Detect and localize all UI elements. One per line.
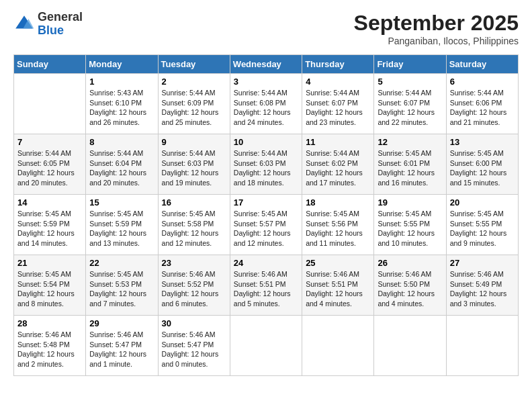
calendar-cell: 6Sunrise: 5:44 AM Sunset: 6:06 PM Daylig… bbox=[446, 74, 518, 134]
day-number: 9 bbox=[162, 137, 226, 147]
calendar-cell: 29Sunrise: 5:46 AM Sunset: 5:47 PM Dayli… bbox=[86, 316, 158, 376]
day-number: 22 bbox=[89, 258, 154, 268]
day-info: Sunrise: 5:46 AM Sunset: 5:51 PM Dayligh… bbox=[306, 269, 370, 309]
day-info: Sunrise: 5:45 AM Sunset: 6:01 PM Dayligh… bbox=[378, 148, 442, 188]
calendar-cell: 14Sunrise: 5:45 AM Sunset: 5:59 PM Dayli… bbox=[14, 195, 86, 255]
calendar-cell: 23Sunrise: 5:46 AM Sunset: 5:52 PM Dayli… bbox=[158, 255, 230, 316]
logo-icon bbox=[13, 13, 35, 35]
day-number: 30 bbox=[162, 318, 226, 328]
day-number: 19 bbox=[378, 197, 442, 208]
day-info: Sunrise: 5:44 AM Sunset: 6:07 PM Dayligh… bbox=[378, 88, 442, 128]
calendar-cell: 17Sunrise: 5:45 AM Sunset: 5:57 PM Dayli… bbox=[230, 195, 302, 255]
col-header-thursday: Thursday bbox=[302, 55, 374, 74]
day-number: 18 bbox=[306, 197, 370, 208]
calendar-cell: 12Sunrise: 5:45 AM Sunset: 6:01 PM Dayli… bbox=[374, 134, 446, 195]
day-info: Sunrise: 5:45 AM Sunset: 5:59 PM Dayligh… bbox=[17, 209, 82, 248]
calendar-week-row: 7Sunrise: 5:44 AM Sunset: 6:05 PM Daylig… bbox=[14, 134, 519, 195]
calendar-cell: 1Sunrise: 5:43 AM Sunset: 6:10 PM Daylig… bbox=[86, 74, 158, 134]
day-info: Sunrise: 5:45 AM Sunset: 5:57 PM Dayligh… bbox=[234, 209, 298, 248]
day-info: Sunrise: 5:46 AM Sunset: 5:49 PM Dayligh… bbox=[450, 269, 515, 309]
calendar-cell: 19Sunrise: 5:45 AM Sunset: 5:55 PM Dayli… bbox=[374, 195, 446, 255]
day-info: Sunrise: 5:43 AM Sunset: 6:10 PM Dayligh… bbox=[89, 88, 154, 128]
day-number: 20 bbox=[450, 197, 515, 208]
logo: General Blue bbox=[13, 11, 83, 38]
day-info: Sunrise: 5:44 AM Sunset: 6:06 PM Dayligh… bbox=[450, 88, 515, 128]
calendar-cell bbox=[14, 74, 86, 134]
calendar-cell: 18Sunrise: 5:45 AM Sunset: 5:56 PM Dayli… bbox=[302, 195, 374, 255]
logo-general: General bbox=[38, 11, 83, 24]
day-number: 10 bbox=[234, 137, 298, 147]
col-header-tuesday: Tuesday bbox=[158, 55, 230, 74]
day-info: Sunrise: 5:46 AM Sunset: 5:48 PM Dayligh… bbox=[17, 330, 82, 369]
calendar-week-row: 21Sunrise: 5:45 AM Sunset: 5:54 PM Dayli… bbox=[14, 255, 519, 316]
calendar-week-row: 28Sunrise: 5:46 AM Sunset: 5:48 PM Dayli… bbox=[14, 316, 519, 376]
col-header-monday: Monday bbox=[86, 55, 158, 74]
calendar-cell: 15Sunrise: 5:45 AM Sunset: 5:59 PM Dayli… bbox=[86, 195, 158, 255]
calendar-cell: 11Sunrise: 5:44 AM Sunset: 6:02 PM Dayli… bbox=[302, 134, 374, 195]
day-info: Sunrise: 5:45 AM Sunset: 5:55 PM Dayligh… bbox=[450, 209, 515, 248]
col-header-sunday: Sunday bbox=[14, 55, 86, 74]
calendar-cell: 3Sunrise: 5:44 AM Sunset: 6:08 PM Daylig… bbox=[230, 74, 302, 134]
day-number: 21 bbox=[17, 258, 82, 268]
calendar-week-row: 14Sunrise: 5:45 AM Sunset: 5:59 PM Dayli… bbox=[14, 195, 519, 255]
day-info: Sunrise: 5:46 AM Sunset: 5:50 PM Dayligh… bbox=[378, 269, 442, 309]
calendar-cell: 9Sunrise: 5:44 AM Sunset: 6:03 PM Daylig… bbox=[158, 134, 230, 195]
day-number: 28 bbox=[17, 318, 82, 328]
calendar-header-row: SundayMondayTuesdayWednesdayThursdayFrid… bbox=[14, 55, 519, 74]
title-block: September 2025 Panganiban, Ilocos, Phili… bbox=[354, 11, 519, 46]
calendar-cell: 28Sunrise: 5:46 AM Sunset: 5:48 PM Dayli… bbox=[14, 316, 86, 376]
day-number: 14 bbox=[17, 197, 82, 208]
calendar-cell bbox=[302, 316, 374, 376]
calendar-cell: 24Sunrise: 5:46 AM Sunset: 5:51 PM Dayli… bbox=[230, 255, 302, 316]
calendar-cell: 10Sunrise: 5:44 AM Sunset: 6:03 PM Dayli… bbox=[230, 134, 302, 195]
day-info: Sunrise: 5:44 AM Sunset: 6:02 PM Dayligh… bbox=[306, 148, 370, 188]
day-number: 1 bbox=[89, 77, 154, 87]
day-number: 12 bbox=[378, 137, 442, 147]
day-number: 8 bbox=[89, 137, 154, 147]
logo-text: General Blue bbox=[38, 11, 83, 38]
day-info: Sunrise: 5:45 AM Sunset: 6:00 PM Dayligh… bbox=[450, 148, 515, 188]
calendar-cell: 8Sunrise: 5:44 AM Sunset: 6:04 PM Daylig… bbox=[86, 134, 158, 195]
calendar-cell: 13Sunrise: 5:45 AM Sunset: 6:00 PM Dayli… bbox=[446, 134, 518, 195]
day-number: 7 bbox=[17, 137, 82, 147]
calendar-cell: 16Sunrise: 5:45 AM Sunset: 5:58 PM Dayli… bbox=[158, 195, 230, 255]
calendar-cell bbox=[374, 316, 446, 376]
day-number: 6 bbox=[450, 77, 515, 87]
day-number: 4 bbox=[306, 77, 370, 87]
calendar-cell: 7Sunrise: 5:44 AM Sunset: 6:05 PM Daylig… bbox=[14, 134, 86, 195]
day-info: Sunrise: 5:44 AM Sunset: 6:07 PM Dayligh… bbox=[306, 88, 370, 128]
day-number: 29 bbox=[89, 318, 154, 328]
calendar-cell: 2Sunrise: 5:44 AM Sunset: 6:09 PM Daylig… bbox=[158, 74, 230, 134]
calendar-cell: 26Sunrise: 5:46 AM Sunset: 5:50 PM Dayli… bbox=[374, 255, 446, 316]
day-number: 15 bbox=[89, 197, 154, 208]
calendar-cell: 4Sunrise: 5:44 AM Sunset: 6:07 PM Daylig… bbox=[302, 74, 374, 134]
calendar-table: SundayMondayTuesdayWednesdayThursdayFrid… bbox=[13, 54, 519, 376]
day-number: 11 bbox=[306, 137, 370, 147]
day-info: Sunrise: 5:44 AM Sunset: 6:08 PM Dayligh… bbox=[234, 88, 298, 128]
day-number: 25 bbox=[306, 258, 370, 268]
day-info: Sunrise: 5:46 AM Sunset: 5:51 PM Dayligh… bbox=[234, 269, 298, 309]
day-info: Sunrise: 5:45 AM Sunset: 5:58 PM Dayligh… bbox=[162, 209, 226, 248]
calendar-cell: 30Sunrise: 5:46 AM Sunset: 5:47 PM Dayli… bbox=[158, 316, 230, 376]
calendar-cell bbox=[446, 316, 518, 376]
day-info: Sunrise: 5:45 AM Sunset: 5:53 PM Dayligh… bbox=[89, 269, 154, 309]
day-info: Sunrise: 5:45 AM Sunset: 5:54 PM Dayligh… bbox=[17, 269, 82, 309]
calendar-cell bbox=[230, 316, 302, 376]
calendar-cell: 22Sunrise: 5:45 AM Sunset: 5:53 PM Dayli… bbox=[86, 255, 158, 316]
day-info: Sunrise: 5:45 AM Sunset: 5:59 PM Dayligh… bbox=[89, 209, 154, 248]
day-number: 5 bbox=[378, 77, 442, 87]
calendar-cell: 20Sunrise: 5:45 AM Sunset: 5:55 PM Dayli… bbox=[446, 195, 518, 255]
calendar-cell: 21Sunrise: 5:45 AM Sunset: 5:54 PM Dayli… bbox=[14, 255, 86, 316]
day-number: 24 bbox=[234, 258, 298, 268]
day-number: 26 bbox=[378, 258, 442, 268]
month-title: September 2025 bbox=[354, 11, 519, 36]
day-number: 17 bbox=[234, 197, 298, 208]
day-number: 27 bbox=[450, 258, 515, 268]
location: Panganiban, Ilocos, Philippines bbox=[354, 36, 519, 46]
day-number: 13 bbox=[450, 137, 515, 147]
day-info: Sunrise: 5:44 AM Sunset: 6:03 PM Dayligh… bbox=[162, 148, 226, 188]
calendar-week-row: 1Sunrise: 5:43 AM Sunset: 6:10 PM Daylig… bbox=[14, 74, 519, 134]
day-info: Sunrise: 5:44 AM Sunset: 6:05 PM Dayligh… bbox=[17, 148, 82, 188]
day-info: Sunrise: 5:45 AM Sunset: 5:55 PM Dayligh… bbox=[378, 209, 442, 248]
calendar-cell: 27Sunrise: 5:46 AM Sunset: 5:49 PM Dayli… bbox=[446, 255, 518, 316]
